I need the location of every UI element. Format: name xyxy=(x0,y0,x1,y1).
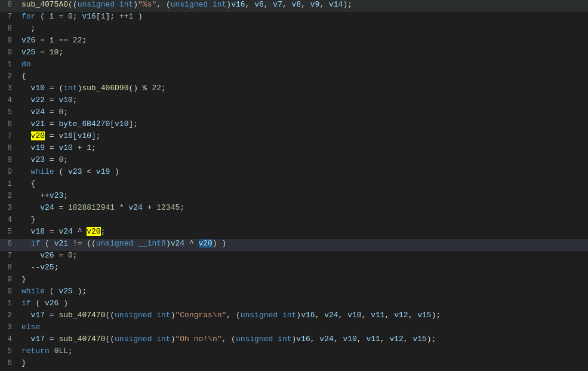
code-line: 9 v23 = 0; xyxy=(0,155,588,167)
line-number: 2 xyxy=(0,311,19,320)
code-line: 9 v26 = i == 22; xyxy=(0,36,588,48)
line-number: 9 xyxy=(0,36,19,45)
line-content: v23 = 0; xyxy=(19,155,588,164)
line-content: v25 = 10; xyxy=(19,48,588,57)
line-number: 0 xyxy=(0,287,19,296)
code-line: 7 v20 = v16[v10]; xyxy=(0,131,588,143)
line-content: v20 = v16[v10]; xyxy=(19,131,588,140)
line-number: 8 xyxy=(0,263,19,272)
code-line: 7 for ( i = 0; v16[i]; ++i ) xyxy=(0,12,588,24)
code-line: 5 return 0LL; xyxy=(0,347,588,358)
line-number: 2 xyxy=(0,72,19,81)
code-line: 1 { xyxy=(0,179,588,191)
line-content: { xyxy=(19,72,588,81)
code-line-highlighted: 6 if ( v21 != ((unsigned __int8)v24 ^ v2… xyxy=(0,239,588,251)
line-content: v26 = i == 22; xyxy=(19,36,588,45)
code-line: 4 v22 = v10; xyxy=(0,96,588,108)
line-content: { xyxy=(19,179,588,188)
line-content: v24 = 0; xyxy=(19,108,588,116)
code-line: 3 else xyxy=(0,323,588,335)
line-number: 7 xyxy=(0,251,19,260)
code-line: 4 } xyxy=(0,215,588,227)
code-editor: 6 sub_4075A0((unsigned int)"%s", (unsign… xyxy=(0,0,588,371)
code-line: 9 } xyxy=(0,275,588,287)
code-line: 5 v24 = 0; xyxy=(0,108,588,119)
line-number: 6 xyxy=(0,0,19,9)
code-line: 8 ; xyxy=(0,24,588,36)
line-content: v26 = 0; xyxy=(19,251,588,260)
line-content: while ( v23 < v19 ) xyxy=(19,167,588,176)
line-content: } xyxy=(19,275,588,284)
line-content: sub_4075A0((unsigned int)"%s", (unsigned… xyxy=(19,0,588,9)
highlighted-var-v20-2: v20 xyxy=(87,227,100,236)
code-line: 6 sub_4075A0((unsigned int)"%s", (unsign… xyxy=(0,0,588,12)
line-number: 4 xyxy=(0,335,19,344)
line-number: 4 xyxy=(0,215,19,224)
line-content: else xyxy=(19,323,588,332)
highlighted-var-v20-3: v20 xyxy=(199,239,213,248)
line-number: 2 xyxy=(0,191,19,200)
line-content: v22 = v10; xyxy=(19,96,588,105)
line-content: do xyxy=(19,60,588,69)
line-number: 4 xyxy=(0,96,19,105)
line-number: 3 xyxy=(0,323,19,332)
line-content: if ( v26 ) xyxy=(19,299,588,308)
code-line: 2 ++v23; xyxy=(0,191,588,203)
line-number: 1 xyxy=(0,179,19,188)
line-number: 5 xyxy=(0,347,19,355)
code-line: 0 while ( v23 < v19 ) xyxy=(0,167,588,179)
highlighted-var-v20: v20 xyxy=(31,131,45,140)
line-number: 6 xyxy=(0,358,19,367)
line-number: 1 xyxy=(0,299,19,308)
line-number: 8 xyxy=(0,24,19,33)
line-number: 0 xyxy=(0,48,19,57)
line-content: v19 = v10 + 1; xyxy=(19,143,588,152)
code-line: 1 do xyxy=(0,60,588,72)
line-content: v10 = (int)sub_406D90() % 22; xyxy=(19,84,588,93)
line-content: ++v23; xyxy=(19,191,588,200)
line-number: 6 xyxy=(0,119,19,128)
code-line: 5 v18 = v24 ^ v20; xyxy=(0,227,588,239)
line-number: 9 xyxy=(0,155,19,164)
code-line: 3 v10 = (int)sub_406D90() % 22; xyxy=(0,84,588,96)
line-number: 3 xyxy=(0,84,19,93)
line-number: 7 xyxy=(0,12,19,21)
line-content: } xyxy=(19,358,588,367)
line-content: for ( i = 0; v16[i]; ++i ) xyxy=(19,12,588,21)
line-content: v18 = v24 ^ v20; xyxy=(19,227,588,236)
line-content: v17 = sub_407470((unsigned int)"Oh no!\n… xyxy=(19,335,588,344)
line-content: return 0LL; xyxy=(19,347,588,355)
line-number: 9 xyxy=(0,275,19,284)
line-number: 8 xyxy=(0,143,19,152)
line-content: v21 = byte_6B4270[v10]; xyxy=(19,119,588,128)
code-line: 6 v21 = byte_6B4270[v10]; xyxy=(0,119,588,131)
code-line: 4 v17 = sub_407470((unsigned int)"Oh no!… xyxy=(0,335,588,347)
code-line: 8 v19 = v10 + 1; xyxy=(0,143,588,155)
line-number: 5 xyxy=(0,227,19,236)
line-number: 0 xyxy=(0,167,19,176)
line-number: 5 xyxy=(0,108,19,116)
code-line: 2 v17 = sub_407470((unsigned int)"Congra… xyxy=(0,311,588,323)
code-line: 0 v25 = 10; xyxy=(0,48,588,60)
line-content: ; xyxy=(19,24,588,33)
line-content: } xyxy=(19,215,588,224)
line-number: 1 xyxy=(0,60,19,69)
line-content: if ( v21 != ((unsigned __int8)v24 ^ v20)… xyxy=(19,239,588,248)
code-line: 7 v26 = 0; xyxy=(0,251,588,263)
code-line: 0 while ( v25 ); xyxy=(0,287,588,299)
line-content: v17 = sub_407470((unsigned int)"Congras\… xyxy=(19,311,588,320)
code-line: 3 v24 = 1828812941 * v24 + 12345; xyxy=(0,203,588,215)
line-content: while ( v25 ); xyxy=(19,287,588,296)
code-line: 8 --v25; xyxy=(0,263,588,275)
line-number: 6 xyxy=(0,239,19,248)
code-line: 6 } xyxy=(0,358,588,370)
line-number: 7 xyxy=(0,131,19,140)
code-line: 1 if ( v26 ) xyxy=(0,299,588,311)
line-content: v24 = 1828812941 * v24 + 12345; xyxy=(19,203,588,212)
line-number: 3 xyxy=(0,203,19,212)
code-line: 2 { xyxy=(0,72,588,84)
line-content: --v25; xyxy=(19,263,588,272)
